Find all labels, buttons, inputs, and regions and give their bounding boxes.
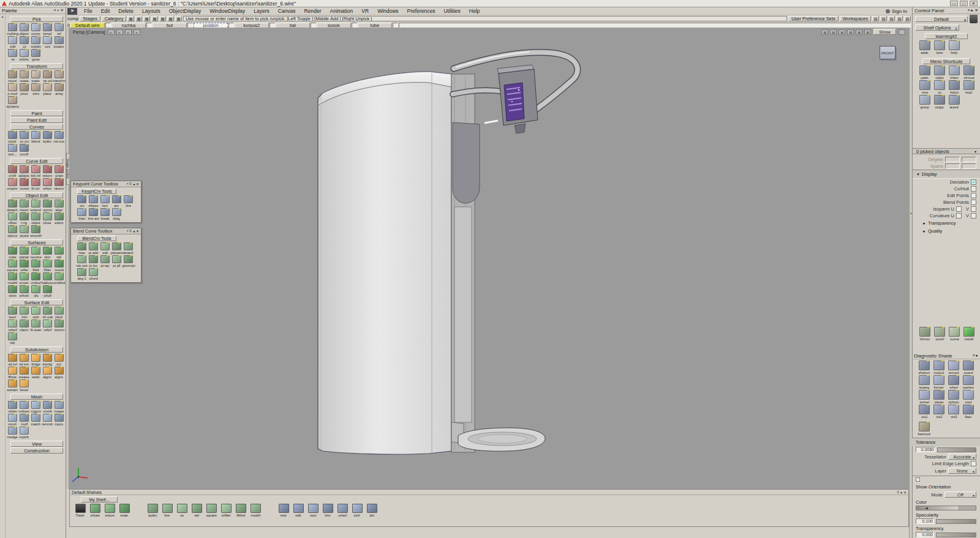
deviation-checkbox[interactable]: ✓: [971, 179, 976, 185]
specularity-slider[interactable]: [936, 519, 976, 524]
shelf-menu-icon[interactable]: ≡: [897, 490, 899, 495]
palette-tool-subdiv[interactable]: subdiv: [30, 36, 42, 48]
cp-tool-clrmod[interactable]: clrmod: [962, 65, 976, 80]
palette-tool-mptch[interactable]: mptch: [18, 427, 30, 439]
toolbox1-tool-pt-pll[interactable]: pt pll: [111, 255, 123, 267]
palette-section-paint[interactable]: Paint: [10, 110, 63, 116]
palette-tool-cmbsrf[interactable]: cmbsrf: [30, 272, 42, 285]
palette-tool-cv-crv[interactable]: cv crv: [18, 131, 30, 143]
toolbox1-tool-planariz[interactable]: planariz: [111, 242, 123, 255]
category-button[interactable]: Category: [102, 16, 126, 21]
toolbox1-tool-chord[interactable]: chord: [88, 268, 99, 280]
palette-tool-detach[interactable]: detach: [7, 200, 18, 212]
frame-sel-icon[interactable]: ⊞: [839, 29, 845, 35]
palette-tool-object[interactable]: object: [18, 23, 30, 35]
diag-tool-vis1[interactable]: vis1: [917, 405, 932, 419]
palette-tool-nw-cos[interactable]: nw cos: [53, 131, 65, 143]
maximize-button[interactable]: □: [960, 1, 968, 6]
diag-tool-tunnel[interactable]: tunnel: [917, 390, 932, 404]
palette-tool-locator[interactable]: locator: [53, 36, 65, 48]
split-view-icon[interactable]: ⊞: [864, 29, 871, 35]
palette-section-curve-edit[interactable]: Curve Edit: [10, 158, 63, 164]
palette-tool-clamt[interactable]: clamt: [18, 319, 30, 332]
palette-menu-icon[interactable]: ≡: [54, 8, 56, 13]
palette-tool-meapr[interactable]: meapr: [53, 401, 65, 413]
toolbox-pin-icon[interactable]: ▪: [127, 182, 128, 186]
wave-icon[interactable]: ▦: [143, 16, 150, 21]
shelf-tool-new[interactable]: new: [277, 504, 290, 517]
palette-tool-move[interactable]: move: [7, 70, 18, 83]
viewport[interactable]: Persp [Camera] «««« ⊞⊞⊞⊞⊞⊞ Show FRONT Ke…: [69, 28, 909, 489]
cp-tool-infwn[interactable]: infwn: [947, 65, 962, 80]
curvature-u-checkbox[interactable]: [956, 213, 962, 219]
cp-tool-aryed[interactable]: aryed: [947, 95, 962, 109]
trash-icon[interactable]: [970, 15, 978, 23]
palette-tool-aryed[interactable]: aryed: [18, 225, 30, 237]
palette-tool-extract[interactable]: extract: [7, 379, 18, 392]
palette-tool-bevel[interactable]: bevel: [18, 379, 30, 392]
palette-tool-cube[interactable]: cube: [7, 247, 18, 259]
link-icon[interactable]: «: [125, 29, 132, 35]
mode-dropdown[interactable]: Off ▾: [944, 491, 976, 498]
toolbox0-tool-arc[interactable]: arc: [111, 195, 123, 207]
camera-label[interactable]: Persp [Camera]: [73, 29, 105, 35]
cv-hull-checkbox[interactable]: [971, 186, 976, 192]
palette-tool-addpts[interactable]: addpts: [18, 165, 30, 177]
palette-section-subdivision[interactable]: Subdivision: [10, 346, 63, 353]
toolbox-menu-icon[interactable]: ≡: [129, 229, 132, 233]
cp-tool-group[interactable]: group: [918, 95, 932, 109]
palette-close-icon[interactable]: ✕: [60, 8, 64, 13]
menu-edit[interactable]: Edit: [97, 7, 115, 15]
palette-tool-crvfil[interactable]: crvfil: [7, 165, 18, 177]
palette-tool-crvset[interactable]: crvset: [18, 272, 30, 285]
palette-tool-grow[interactable]: grow: [30, 49, 42, 61]
menu-delete[interactable]: Delete: [114, 7, 138, 15]
palette-tool-ptproc[interactable]: ptproc: [7, 225, 18, 237]
cp-tool-xfrmcv[interactable]: xfrmcv: [918, 327, 932, 341]
viewport-extra-button[interactable]: [899, 29, 905, 35]
palette-tool-ref[interactable]: ref: [53, 23, 65, 35]
minimize-button[interactable]: —: [950, 1, 958, 6]
palette-tool-offset[interactable]: offset: [7, 212, 18, 225]
shelf-tool-srfillet[interactable]: srfillet: [219, 504, 233, 517]
view-compass-front[interactable]: FRONT: [880, 46, 895, 59]
toolbox1-tool-new[interactable]: new: [76, 242, 88, 255]
palette-tool-sfs[interactable]: sfs: [30, 285, 42, 297]
toolbox1-tool-pt-loc[interactable]: pt loc: [88, 255, 99, 267]
palette-section-mesh[interactable]: Mesh: [10, 394, 63, 400]
menu-layouts[interactable]: Layouts: [138, 7, 165, 15]
collapse-left-icon[interactable]: ◂: [910, 211, 912, 215]
palette-tool-insert[interactable]: insert: [18, 200, 30, 212]
shelf-options-button[interactable]: Shelf Options ≡: [915, 24, 959, 31]
toolbox-close-icon[interactable]: ✕: [136, 182, 139, 186]
palette-tool-msdrft[interactable]: msdrft: [7, 272, 18, 285]
user-preference-sets-button[interactable]: User Preference Sets: [788, 16, 839, 21]
toolbox1-tool-pt-add[interactable]: pt add: [88, 242, 99, 255]
palette-tool-close[interactable]: close: [42, 212, 53, 225]
picked-objects-bar[interactable]: 0 picked objects ▾: [913, 148, 980, 154]
shelf-tool-ffblnd[interactable]: ffblnd: [234, 504, 247, 517]
palette-tool-mgjcrv[interactable]: mgjcrv: [30, 401, 42, 413]
shelf-tool-ssct[interactable]: ssct: [306, 504, 320, 517]
palette-tool-align[interactable]: align: [53, 200, 65, 212]
palette-tool-srflet[interactable]: srflet: [18, 260, 30, 272]
cp-tool-help[interactable]: help: [947, 40, 962, 54]
palette-tool-sd-cvl[interactable]: sd cvl: [7, 354, 18, 366]
layout-b-icon[interactable]: ▤: [880, 16, 887, 21]
palette-tool-srfsct[interactable]: srfsct: [42, 178, 53, 190]
shelf-tool-trash[interactable]: Trash: [74, 504, 87, 517]
diag-tool-vred[interactable]: vred: [961, 390, 976, 404]
palette-tool-sd-ext[interactable]: sd ext: [18, 354, 30, 366]
shelf-tool-srfcan[interactable]: srfcan: [88, 504, 102, 517]
layout-a-icon[interactable]: ▤: [872, 16, 879, 21]
axis-icon[interactable]: ▦: [151, 16, 158, 21]
palette-tool-array[interactable]: array: [53, 83, 65, 95]
palette-tool-pivot[interactable]: pivot: [18, 83, 30, 95]
cp-tool-tutrs[interactable]: tutrs: [932, 40, 947, 54]
shelf-tool-square[interactable]: square: [205, 504, 218, 517]
cp-menu-icon[interactable]: ≡: [968, 8, 970, 13]
cp-tool-scrsrf[interactable]: scrsrf: [932, 327, 947, 341]
palette-tool-templ[interactable]: templ: [42, 23, 53, 35]
palette-tool-prtan[interactable]: prtan: [53, 165, 65, 177]
cp-tool-xsedit[interactable]: xsedit: [962, 327, 976, 341]
